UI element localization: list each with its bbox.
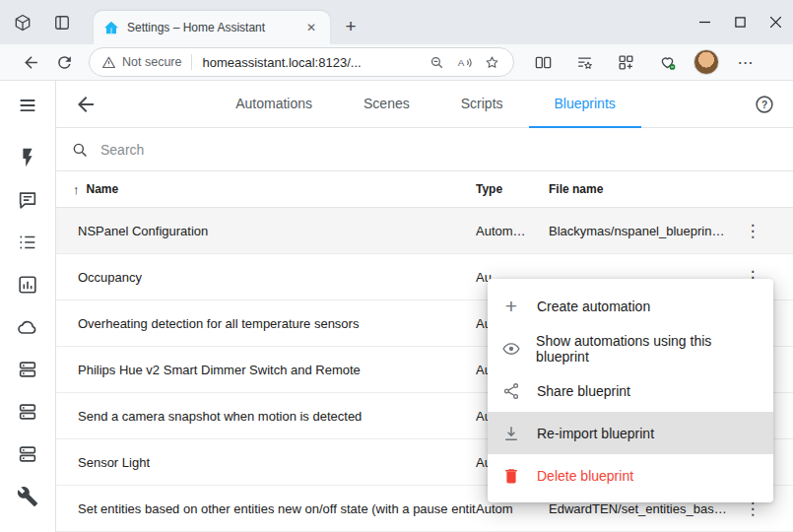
row-name: Occupancy <box>78 270 476 285</box>
column-header-type[interactable]: Type <box>476 182 549 196</box>
ha-back-icon[interactable] <box>74 93 98 116</box>
row-name: Overheating detection for all temperatur… <box>78 316 476 331</box>
kebab-icon: ⋮ <box>745 223 761 239</box>
ha-sidebar <box>0 81 56 532</box>
favorite-star-icon[interactable] <box>478 48 505 76</box>
column-header-file[interactable]: File name <box>549 182 732 196</box>
browser-menu-icon[interactable]: ⋯ <box>731 47 760 77</box>
row-type: Autom… <box>476 224 549 238</box>
profile-avatar[interactable] <box>694 49 719 75</box>
address-divider <box>191 54 192 70</box>
tab-scenes[interactable]: Scenes <box>338 81 435 128</box>
trash-icon <box>499 464 523 488</box>
new-tab-button[interactable]: + <box>338 14 363 39</box>
extensions-icon[interactable] <box>611 47 640 77</box>
sidebar-item-energy[interactable] <box>7 136 49 178</box>
sort-ascending-icon: ↑ <box>73 182 80 197</box>
share-icon <box>499 379 523 403</box>
menu-item-label: Share blueprint <box>537 383 630 399</box>
zoom-out-icon[interactable] <box>423 48 450 76</box>
row-name: Sensor Light <box>78 455 476 470</box>
row-name: Send a camera snapshot when motion is de… <box>78 409 476 424</box>
table-header: ↑ Name Type File name <box>56 171 793 208</box>
search-icon <box>71 141 89 159</box>
maximize-button[interactable] <box>722 0 758 44</box>
browser-essentials-icon[interactable] <box>652 47 682 77</box>
server-icon <box>17 443 38 465</box>
eye-icon <box>499 337 522 361</box>
help-icon[interactable]: ? <box>754 94 775 115</box>
plus-icon: + <box>499 295 523 318</box>
row-overflow-menu-button[interactable]: ⋮ <box>732 223 773 239</box>
search-bar <box>56 128 793 171</box>
minimize-button[interactable] <box>687 0 722 44</box>
menu-item-share-blueprint[interactable]: Share blueprint <box>488 369 773 412</box>
sidebar-menu-icon[interactable] <box>15 93 40 118</box>
row-file: EdwardTEN/set_entities_bas… <box>549 501 732 516</box>
column-header-name[interactable]: ↑ Name <box>73 182 476 197</box>
menu-item-delete-blueprint[interactable]: Delete blueprint <box>488 454 773 497</box>
menu-item-label: Re-import blueprint <box>537 426 654 441</box>
browser-tab[interactable]: Settings – Home Assistant ✕ <box>94 11 330 44</box>
sidebar-item-todo[interactable] <box>7 221 49 263</box>
refresh-icon[interactable] <box>47 47 81 77</box>
toolbar-icons: ⋯ <box>528 47 760 77</box>
sidebar-item-developer-tools[interactable] <box>7 475 49 517</box>
blueprint-context-menu: + Create automation Show automations usi… <box>488 279 773 502</box>
table-row[interactable]: NSPanel Configuration Autom… Blackymas/n… <box>56 208 793 254</box>
close-button[interactable] <box>758 0 793 44</box>
favorites-hub-icon[interactable] <box>569 47 599 77</box>
chat-icon <box>17 189 38 211</box>
kebab-icon: ⋮ <box>745 500 761 517</box>
address-bar[interactable]: Not secure homeassistant.local:8123/... … <box>89 47 514 77</box>
column-name-label: Name <box>87 182 119 196</box>
tab-automations[interactable]: Automations <box>210 81 338 128</box>
menu-item-reimport-blueprint[interactable]: Re-import blueprint <box>488 412 773 454</box>
chart-icon <box>17 274 38 296</box>
sidebar-item-history[interactable] <box>7 263 49 305</box>
tab-scripts[interactable]: Scripts <box>435 81 529 128</box>
row-overflow-menu-button[interactable]: ⋮ <box>732 500 773 517</box>
server-icon <box>17 401 38 423</box>
menu-item-label: Create automation <box>537 299 650 314</box>
sidebar-item-cloud[interactable] <box>7 305 49 348</box>
sidebar-item-server-2[interactable] <box>7 390 49 432</box>
tab-close-icon[interactable]: ✕ <box>302 19 320 36</box>
row-name: NSPanel Configuration <box>78 224 476 238</box>
workspaces-icon[interactable] <box>6 6 39 39</box>
browser-titlebar: Settings – Home Assistant ✕ + <box>0 0 793 44</box>
wrench-icon <box>17 486 38 507</box>
not-secure-warning-icon <box>101 55 116 70</box>
cloud-icon <box>17 316 38 338</box>
svg-text:?: ? <box>761 99 767 109</box>
menu-item-show-automations[interactable]: Show automations using this blueprint <box>488 327 773 369</box>
home-assistant-favicon-icon <box>103 20 119 35</box>
row-type: Autom <box>476 501 549 516</box>
browser-tab-title: Settings – Home Assistant <box>127 21 302 34</box>
url-text[interactable]: homeassistant.local:8123/... <box>202 55 423 70</box>
download-icon <box>499 422 523 445</box>
ha-header: Automations Scenes Scripts Blueprints ? <box>56 81 793 128</box>
back-icon[interactable] <box>14 47 47 77</box>
svg-text:A: A <box>457 56 464 67</box>
row-name: Philips Hue v2 Smart Dimmer Switch and R… <box>78 363 476 377</box>
bolt-icon <box>17 147 38 168</box>
ha-nav-tabs: Automations Scenes Scripts Blueprints <box>98 81 754 128</box>
security-label[interactable]: Not secure <box>122 55 181 69</box>
search-input[interactable] <box>100 142 416 158</box>
browser-toolbar: Not secure homeassistant.local:8123/... … <box>0 44 793 81</box>
tab-blueprints[interactable]: Blueprints <box>529 81 641 128</box>
row-file: Blackymas/nspanel_blueprin… <box>549 224 732 238</box>
sidebar-item-server-1[interactable] <box>7 348 49 390</box>
window-controls <box>687 0 793 44</box>
list-icon <box>17 232 38 253</box>
menu-item-label: Show automations using this blueprint <box>536 333 760 365</box>
menu-item-create-automation[interactable]: + Create automation <box>488 285 773 327</box>
row-name: Set entities based on other entities new… <box>78 501 476 516</box>
vertical-tabs-icon[interactable] <box>45 6 79 39</box>
server-icon <box>17 359 38 380</box>
split-screen-icon[interactable] <box>528 47 558 77</box>
read-aloud-icon[interactable]: A <box>450 48 478 76</box>
sidebar-item-logbook[interactable] <box>7 178 49 221</box>
sidebar-item-server-3[interactable] <box>7 432 49 475</box>
